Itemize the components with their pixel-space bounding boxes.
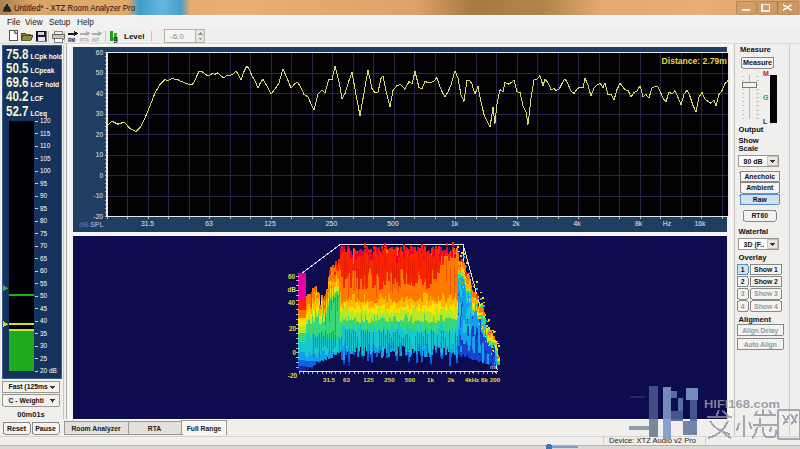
svg-text:90: 90: [40, 192, 48, 199]
svg-text:-20: -20: [288, 372, 298, 379]
svg-text:115: 115: [40, 130, 51, 137]
svg-text:52.7: 52.7: [6, 103, 29, 119]
svg-text:31.5: 31.5: [141, 220, 154, 227]
svg-text:20: 20: [289, 325, 297, 332]
svg-text:20: 20: [96, 131, 104, 138]
svg-text:View: View: [25, 18, 43, 27]
svg-text:Measure: Measure: [740, 45, 771, 54]
svg-text:RTA: RTA: [148, 425, 162, 432]
svg-text:8k: 8k: [481, 376, 488, 383]
svg-text:1k: 1k: [451, 220, 459, 227]
svg-text:Aligment: Aligment: [739, 315, 772, 324]
svg-text:500: 500: [387, 220, 399, 227]
svg-text:Help: Help: [77, 18, 94, 27]
svg-text:Waterfal: Waterfal: [739, 227, 769, 236]
svg-text:1k: 1k: [427, 376, 434, 383]
svg-text:Overlay: Overlay: [739, 253, 768, 262]
svg-text:Fast (125ms: Fast (125ms: [9, 383, 49, 391]
svg-text:Align Delay: Align Delay: [742, 327, 778, 335]
svg-text:120: 120: [40, 117, 51, 124]
svg-text:Output: Output: [739, 125, 764, 134]
svg-text:Hz: Hz: [663, 220, 672, 227]
svg-text:0: 0: [292, 349, 296, 356]
svg-text:16k: 16k: [695, 220, 707, 227]
svg-text:RTA: RTA: [80, 38, 90, 43]
svg-text:63: 63: [205, 220, 213, 227]
svg-text:75: 75: [40, 230, 48, 237]
svg-text:L: L: [763, 118, 768, 125]
svg-text:ms: ms: [490, 364, 498, 370]
svg-text:Room Analyzer: Room Analyzer: [71, 425, 121, 433]
svg-text:LCpk hold: LCpk hold: [31, 53, 63, 61]
svg-text:dB: dB: [287, 286, 296, 293]
svg-text:3D (F..: 3D (F..: [744, 241, 765, 249]
svg-text:4k: 4k: [573, 220, 581, 227]
svg-text:50: 50: [40, 292, 48, 299]
svg-text:Auto Align: Auto Align: [744, 341, 777, 349]
svg-text:250: 250: [384, 376, 395, 383]
svg-text:Show 4: Show 4: [754, 303, 778, 310]
svg-text:31.5: 31.5: [323, 376, 336, 383]
svg-text:8k: 8k: [635, 220, 643, 227]
svg-text:45: 45: [40, 305, 48, 312]
svg-text:4kHz: 4kHz: [465, 376, 479, 383]
svg-text:500: 500: [405, 376, 416, 383]
svg-text:1: 1: [741, 266, 745, 273]
svg-text:10: 10: [96, 151, 104, 158]
svg-text:2: 2: [741, 278, 745, 285]
svg-text:50: 50: [96, 69, 104, 76]
svg-text:LCpeak: LCpeak: [31, 67, 55, 75]
svg-text:00m01s: 00m01s: [17, 410, 45, 419]
svg-text:85: 85: [40, 205, 48, 212]
svg-text:2k: 2k: [512, 220, 520, 227]
svg-text:C - Weighti: C - Weighti: [9, 397, 44, 405]
svg-text:-20: -20: [94, 213, 104, 220]
svg-text:3: 3: [741, 290, 745, 297]
svg-text:RT60: RT60: [751, 212, 768, 219]
svg-text:80 dB: 80 dB: [744, 158, 763, 165]
svg-text:Anechoic: Anechoic: [744, 173, 775, 180]
svg-text:25: 25: [40, 355, 48, 362]
svg-text:HIFI168.com: HIFI168.com: [704, 398, 780, 410]
svg-text:250: 250: [326, 220, 338, 227]
svg-text:Raw: Raw: [753, 196, 768, 203]
svg-text:40: 40: [96, 90, 104, 97]
svg-text:100: 100: [40, 167, 51, 174]
svg-text:70: 70: [40, 242, 48, 249]
svg-text:30: 30: [96, 110, 104, 117]
svg-text:-10: -10: [94, 192, 104, 199]
svg-text:60: 60: [96, 49, 104, 56]
svg-text:65: 65: [40, 255, 48, 262]
svg-text:g: g: [113, 34, 118, 43]
svg-text:80: 80: [40, 217, 48, 224]
svg-text:0: 0: [99, 172, 103, 179]
svg-text:30: 30: [40, 342, 48, 349]
svg-text:RM: RM: [68, 38, 75, 43]
svg-text:40: 40: [40, 317, 48, 324]
svg-text:INT: INT: [92, 38, 100, 43]
svg-text:2k: 2k: [448, 376, 455, 383]
svg-text:Reset: Reset: [7, 425, 27, 432]
svg-text:M: M: [763, 70, 769, 77]
svg-text:Untitled* - XTZ Room Analyzer: Untitled* - XTZ Room Analyzer Pro: [14, 3, 135, 13]
svg-text:60: 60: [288, 273, 296, 280]
svg-text:-6.0: -6.0: [170, 32, 184, 41]
svg-text:Full Range: Full Range: [187, 425, 222, 433]
svg-text:LCF: LCF: [31, 95, 44, 102]
svg-text:Distance: 2.79m: Distance: 2.79m: [662, 56, 728, 66]
svg-text:125: 125: [264, 220, 276, 227]
svg-text:125: 125: [363, 376, 374, 383]
svg-text:63: 63: [343, 376, 350, 383]
svg-text:Setup: Setup: [49, 18, 71, 27]
svg-text:95: 95: [40, 180, 48, 187]
svg-text:200: 200: [490, 376, 501, 383]
svg-text:110: 110: [40, 142, 51, 149]
svg-text:105: 105: [40, 155, 51, 162]
svg-text:Show 3: Show 3: [754, 290, 778, 297]
svg-text:Level: Level: [124, 32, 144, 41]
svg-text:60: 60: [40, 267, 48, 274]
svg-text:Show 1: Show 1: [754, 266, 778, 273]
svg-text:Scale: Scale: [739, 144, 759, 153]
svg-text:Ambient: Ambient: [746, 184, 774, 191]
svg-text:G: G: [763, 94, 769, 101]
